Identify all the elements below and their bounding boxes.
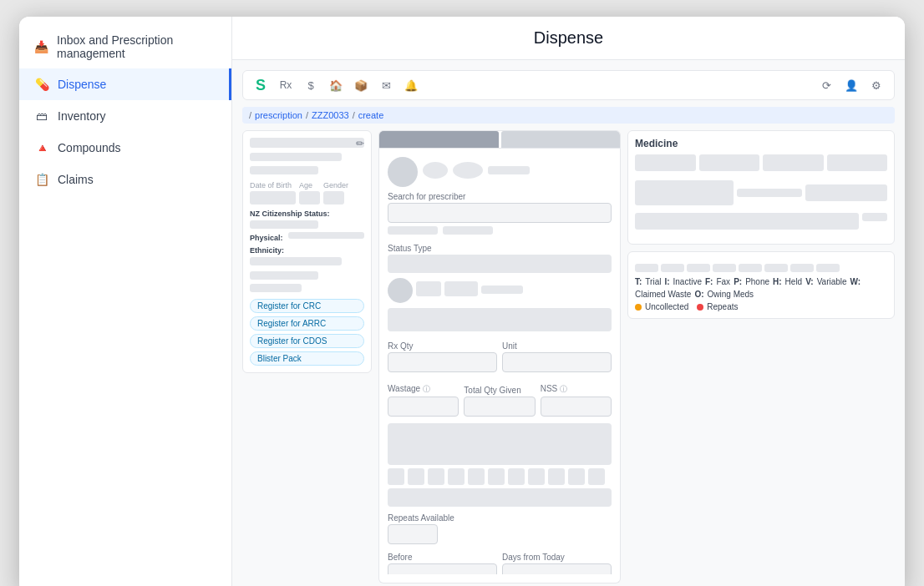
legend-dots-row: Uncollected Repeats <box>635 302 887 311</box>
legend-fax: Fax <box>716 277 730 286</box>
sidebar-item-inventory-label: Inventory <box>58 109 106 123</box>
ethnicity-label: Ethnicity: <box>250 246 364 255</box>
uncollected-label: Uncollected <box>645 302 688 311</box>
physical-label: Physical: <box>250 234 283 242</box>
rx-qty-col: Rx Qty <box>388 336 497 376</box>
prescriber-label: Search for prescriber <box>388 192 612 201</box>
register-cdos-button[interactable]: Register for CDOS <box>250 334 364 348</box>
dispense-icon: 💊 <box>34 77 49 92</box>
legend-variable: Variable <box>817 277 847 286</box>
sidebar: 📥 Inbox and Prescription management 💊 Di… <box>19 17 232 586</box>
legend-labels: T: Trial I: Inactive F: Fax P: Phone H: … <box>635 277 887 299</box>
register-buttons: Register for CRC Register for ARRC Regis… <box>250 299 364 366</box>
breadcrumb-slash3: / <box>353 110 355 120</box>
rx-icon[interactable]: Rx <box>277 76 295 94</box>
user-icon[interactable]: 👤 <box>842 76 861 94</box>
checkbox-2[interactable] <box>408 468 424 485</box>
rx-qty-input[interactable] <box>388 352 497 372</box>
legend-i: I: <box>664 277 669 286</box>
prescriber-section: Search for prescriber <box>388 192 612 223</box>
blister-pack-button[interactable]: Blister Pack <box>250 351 364 366</box>
checkbox-11[interactable] <box>588 468 605 485</box>
before-input[interactable] <box>388 563 497 574</box>
legend-o: O: <box>694 290 703 299</box>
nss-info-icon: ⓘ <box>560 385 567 393</box>
checkbox-7[interactable] <box>508 468 525 485</box>
dollar-icon[interactable]: $ <box>302 76 320 94</box>
sidebar-item-inbox[interactable]: 📥 Inbox and Prescription management <box>19 25 231 68</box>
checkbox-9[interactable] <box>548 468 565 485</box>
repeats-label: Repeats <box>707 302 738 311</box>
bell-icon[interactable]: 🔔 <box>402 76 420 94</box>
breadcrumb-prescription[interactable]: prescription <box>255 110 302 120</box>
checkbox-1[interactable] <box>388 468 404 485</box>
dob-field: Date of Birth <box>250 181 296 205</box>
before-days-section: Before Days from Today <box>388 548 612 574</box>
legend-pill-4 <box>713 264 736 272</box>
tab-1[interactable] <box>379 131 499 148</box>
rx-qty-label: Rx Qty <box>388 341 497 351</box>
sidebar-item-compounds[interactable]: 🔺 Compounds <box>19 132 231 164</box>
checkbox-4[interactable] <box>448 468 465 485</box>
checkbox-5[interactable] <box>468 468 485 485</box>
before-label: Before <box>388 553 497 562</box>
legend-held: Held <box>785 277 803 286</box>
checkbox-6[interactable] <box>488 468 505 485</box>
home-icon[interactable]: 🏠 <box>327 76 345 94</box>
status-type-input[interactable] <box>388 255 612 273</box>
legend-t: T: <box>635 277 642 286</box>
checkbox-8[interactable] <box>528 468 545 485</box>
legend-pill-7 <box>790 264 814 272</box>
sidebar-item-claims[interactable]: 📋 Claims <box>19 164 231 195</box>
form-scroll-area: Search for prescriber Status Type <box>388 157 612 574</box>
nss-label: NSS ⓘ <box>541 384 612 395</box>
register-crc-button[interactable]: Register for CRC <box>250 299 364 313</box>
before-col: Before <box>388 548 497 574</box>
refresh-icon[interactable]: ⟳ <box>817 76 835 94</box>
edit-icon[interactable]: ✏ <box>356 138 364 149</box>
drug-row <box>388 278 612 303</box>
box-icon[interactable]: 📦 <box>352 76 370 94</box>
prescription-tabs <box>378 130 621 149</box>
checkbox-row <box>388 468 612 485</box>
repeats-dot <box>697 304 703 311</box>
unit-input[interactable] <box>502 352 612 372</box>
logo-icon[interactable]: S <box>251 76 270 94</box>
register-arrc-button[interactable]: Register for ARRC <box>250 316 364 331</box>
inventory-icon: 🗃 <box>34 109 49 124</box>
checkbox-3[interactable] <box>428 468 444 485</box>
total-qty-col: Total Qty Given <box>464 381 535 420</box>
prescriber-input[interactable] <box>388 203 612 223</box>
legend-pill-5 <box>739 264 762 272</box>
legend-v: V: <box>805 277 813 286</box>
legend-phone: Phone <box>745 277 769 286</box>
days-from-today-col: Days from Today <box>502 548 612 574</box>
breadcrumb-create[interactable]: create <box>358 110 384 120</box>
gender-label: Gender <box>323 181 348 189</box>
dob-label: Date of Birth <box>250 181 296 189</box>
checkbox-10[interactable] <box>568 468 585 485</box>
tab-2[interactable] <box>501 131 621 148</box>
sidebar-item-dispense[interactable]: 💊 Dispense <box>19 68 231 100</box>
medicine-title: Medicine <box>635 138 887 149</box>
unit-col: Unit <box>502 336 612 376</box>
patient-card: ✏ Date of Birth Age <box>242 130 372 373</box>
wastage-label: Wastage ⓘ <box>388 384 459 395</box>
total-qty-input[interactable] <box>464 397 535 417</box>
legend-inactive: Inactive <box>673 277 702 286</box>
main-window: 📥 Inbox and Prescription management 💊 Di… <box>19 17 905 586</box>
nss-input[interactable] <box>541 397 612 417</box>
wastage-input[interactable] <box>388 397 459 417</box>
legend-trial: Trial <box>645 277 661 286</box>
repeats-available-input[interactable] <box>388 524 438 544</box>
breadcrumb-id[interactable]: ZZZ0033 <box>312 110 349 120</box>
wastage-col: Wastage ⓘ <box>388 379 459 420</box>
gear-icon[interactable]: ⚙ <box>867 76 886 94</box>
days-from-today-input[interactable] <box>502 563 612 574</box>
mail-icon[interactable]: ✉ <box>377 76 395 94</box>
total-qty-label: Total Qty Given <box>464 386 535 395</box>
prescriber-extra-row <box>388 226 612 239</box>
legend-pill-6 <box>764 264 788 272</box>
sidebar-item-inventory[interactable]: 🗃 Inventory <box>19 100 231 132</box>
ethnicity-section: Ethnicity: <box>250 246 364 292</box>
